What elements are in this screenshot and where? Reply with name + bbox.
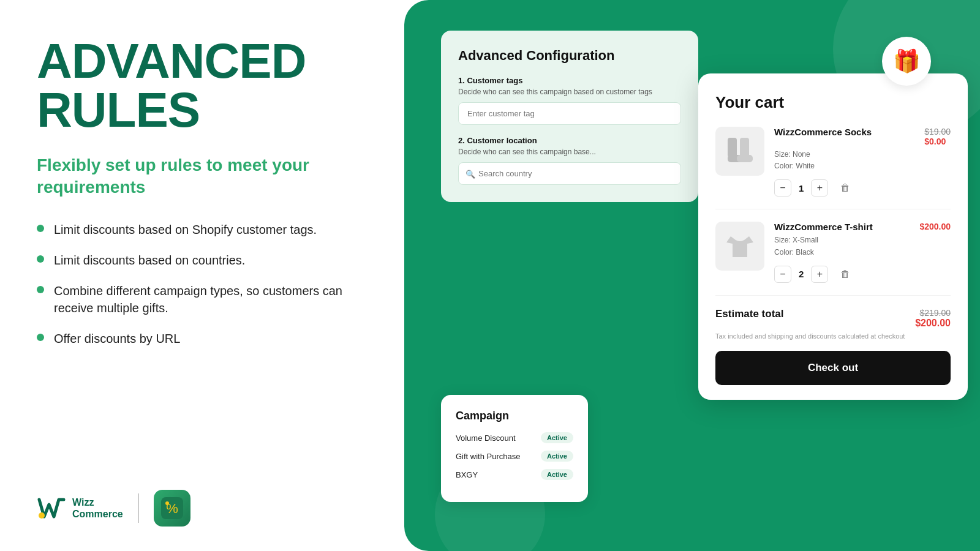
bullet-dot [37, 334, 44, 341]
wc-logo-text: Wizz Commerce [72, 497, 123, 520]
cart-item-1-image [715, 127, 764, 176]
cart-item-1-prices: $19.00 $0.00 [924, 127, 951, 146]
svg-rect-7 [737, 155, 753, 162]
cart-item-2-name: WizzCommerce T-shirt [774, 222, 873, 232]
campaign-badge-2: Active [541, 451, 573, 462]
campaign-row-3: BXGY Active [456, 469, 573, 480]
cart-item-1: WizzCommerce Socks $19.00 $0.00 Size: No… [715, 127, 951, 209]
config-section1-label: 1. Customer tags [458, 76, 681, 85]
config-section2-label: 2. Customer location [458, 136, 681, 145]
campaign-badge-3: Active [541, 469, 573, 480]
gift-icon-circle: 🎁 [882, 37, 931, 86]
cart-item-2-name-row: WizzCommerce T-shirt $200.00 [774, 222, 951, 232]
config-section1-desc: Decide who can see this campaign based o… [458, 88, 681, 96]
estimate-prices: $219.00 $200.00 [915, 308, 951, 329]
campaign-name-3: BXGY [456, 470, 478, 479]
estimate-label: Estimate total [715, 308, 783, 320]
cart-item-2-meta: Size: X-Small Color: Black [774, 234, 951, 258]
title-line1: ADVANCED [37, 34, 306, 88]
decrease-qty-2-button[interactable]: − [774, 266, 791, 283]
bullet-dot [37, 255, 44, 263]
delete-item-2-icon[interactable]: 🗑 [840, 269, 850, 280]
cart-item-1-name: WizzCommerce Socks [774, 127, 872, 137]
qty-2-display: 2 [799, 269, 804, 279]
campaign-name-1: Volume Discount [456, 433, 516, 443]
country-search-input[interactable] [458, 162, 681, 185]
cart-item-1-orig-price: $19.00 [924, 127, 951, 137]
campaign-name-2: Gift with Purchase [456, 452, 521, 461]
svg-point-0 [39, 512, 45, 519]
cart-title: Your cart [715, 93, 951, 112]
left-panel: ADVANCED RULES Flexibly set up rules to … [0, 0, 404, 551]
tshirt-image [722, 228, 758, 264]
bullet-list: Limit discounts based on Shopify custome… [37, 221, 368, 347]
decrease-qty-1-button[interactable]: − [774, 179, 791, 197]
campaign-row-1: Volume Discount Active [456, 432, 573, 443]
checkout-button[interactable]: Check out [715, 351, 951, 385]
svg-rect-4 [728, 138, 737, 157]
cart-item-1-disc-price: $0.00 [924, 137, 951, 146]
main-title: ADVANCED RULES [37, 37, 368, 135]
logo-divider [138, 493, 139, 523]
cart-item-1-name-row: WizzCommerce Socks $19.00 $0.00 [774, 127, 951, 146]
svg-rect-6 [740, 138, 749, 157]
search-icon: 🔍 [466, 169, 475, 178]
cart-item-1-meta: Size: None Color: White [774, 149, 951, 172]
increase-qty-1-button[interactable]: + [811, 179, 828, 197]
svg-point-3 [165, 501, 169, 505]
w-logo-icon [37, 496, 66, 520]
cart-item-2: WizzCommerce T-shirt $200.00 Size: X-Sma… [715, 222, 951, 295]
cart-item-1-controls: − 1 + 🗑 [774, 179, 951, 197]
cart-item-2-details: WizzCommerce T-shirt $200.00 Size: X-Sma… [774, 222, 951, 282]
list-item: Limit discounts based on Shopify custome… [37, 221, 368, 238]
campaign-card: Campaign Volume Discount Active Gift wit… [441, 395, 588, 502]
delete-item-1-icon[interactable]: 🗑 [840, 182, 850, 193]
cart-item-2-image [715, 222, 764, 271]
bullet-dot [37, 286, 44, 293]
campaign-badge-1: Active [541, 432, 573, 443]
config-section2-desc: Decide who can see this campaign base... [458, 148, 681, 156]
percent-tag-icon: % [161, 497, 183, 519]
estimate-row: Estimate total $219.00 $200.00 [715, 308, 951, 329]
campaign-card-title: Campaign [456, 410, 573, 422]
country-search-wrap: 🔍 [458, 162, 681, 185]
increase-qty-2-button[interactable]: + [811, 266, 828, 283]
socks-image [722, 133, 758, 170]
wizzcommerce-logo: Wizz Commerce [37, 496, 123, 520]
config-card: Advanced Configuration 1. Customer tags … [441, 31, 698, 202]
list-item: Combine different campaign types, so cus… [37, 282, 368, 317]
tax-note: Tax included and shipping and discounts … [715, 332, 951, 340]
cart-item-2-controls: − 2 + 🗑 [774, 266, 951, 283]
qty-1-display: 1 [799, 183, 804, 193]
app-icon: % [154, 490, 190, 527]
list-item: Limit discounts based on countries. [37, 252, 368, 269]
estimate-disc-price: $200.00 [915, 318, 951, 329]
estimate-orig-price: $219.00 [915, 308, 951, 318]
bullet-dot [37, 225, 44, 232]
footer: Wizz Commerce % [37, 490, 368, 527]
cart-card: Your cart WizzCommerce Socks $19.00 $0.0… [698, 73, 968, 400]
customer-tag-input[interactable] [458, 102, 681, 125]
cart-item-2-price: $200.00 [919, 222, 951, 231]
campaign-row-2: Gift with Purchase Active [456, 451, 573, 462]
left-content: ADVANCED RULES Flexibly set up rules to … [37, 37, 368, 361]
list-item: Offer discounts by URL [37, 330, 368, 347]
subtitle: Flexibly set up rules to meet your requi… [37, 154, 368, 199]
right-panel: Advanced Configuration 1. Customer tags … [404, 0, 980, 551]
config-card-title: Advanced Configuration [458, 48, 681, 64]
cart-item-1-details: WizzCommerce Socks $19.00 $0.00 Size: No… [774, 127, 951, 197]
title-line2: RULES [37, 83, 200, 137]
